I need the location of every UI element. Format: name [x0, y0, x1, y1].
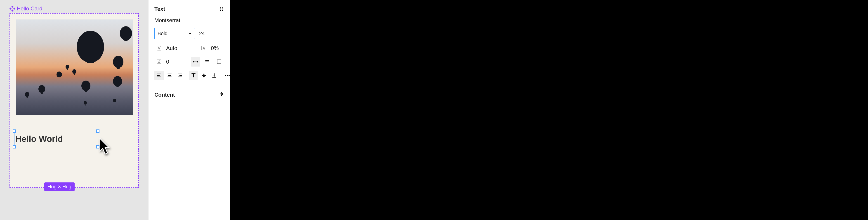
- chevron-down-icon: [188, 31, 192, 36]
- component-label-text: Hello Card: [17, 5, 42, 12]
- paragraph-spacing-input[interactable]: 0: [166, 59, 169, 65]
- text-align-right-icon[interactable]: [175, 71, 185, 80]
- apply-content-icon[interactable]: [218, 91, 224, 99]
- text-layer-content[interactable]: Hello World: [14, 134, 63, 144]
- design-canvas[interactable]: Hello Card Hello World Hug × Hug: [0, 0, 148, 220]
- content-section-title: Content: [154, 92, 175, 98]
- text-align-left-icon[interactable]: [154, 71, 164, 80]
- svg-point-4: [220, 7, 221, 8]
- font-weight-select[interactable]: Bold: [154, 28, 195, 39]
- text-resize-auto-width-icon[interactable]: [191, 57, 200, 66]
- svg-rect-8: [217, 60, 221, 63]
- autolayout-size-badge: Hug × Hug: [44, 183, 74, 191]
- text-section: Text Montserrat Bold 24 Auto: [149, 0, 230, 85]
- resize-handle-top-left[interactable]: [13, 130, 16, 133]
- letter-spacing-icon: [199, 44, 209, 53]
- type-settings-icon[interactable]: [219, 7, 224, 11]
- resize-handle-bottom-right[interactable]: [96, 145, 99, 148]
- content-section[interactable]: Content: [149, 85, 230, 104]
- component-icon: [9, 6, 16, 11]
- card-image[interactable]: [16, 20, 133, 115]
- font-size-input[interactable]: 24: [199, 31, 205, 36]
- font-weight-value: Bold: [158, 31, 167, 36]
- line-height-icon: [154, 44, 164, 53]
- text-align-middle-icon[interactable]: [199, 71, 209, 80]
- text-align-bottom-icon[interactable]: [210, 71, 219, 80]
- svg-rect-3: [13, 7, 16, 9]
- empty-region: [230, 0, 868, 220]
- text-layer-selected[interactable]: Hello World: [14, 131, 98, 147]
- svg-point-9: [225, 75, 226, 76]
- svg-point-10: [227, 75, 228, 76]
- component-label: Hello Card: [9, 5, 42, 12]
- letter-spacing-input[interactable]: 0%: [211, 45, 219, 51]
- svg-point-6: [220, 10, 221, 11]
- card-frame[interactable]: [9, 13, 139, 188]
- inspector-panel: Text Montserrat Bold 24 Auto: [148, 0, 230, 220]
- svg-rect-2: [9, 7, 11, 9]
- paragraph-spacing-icon: [154, 57, 164, 66]
- font-family-select[interactable]: Montserrat: [154, 17, 224, 24]
- line-height-input[interactable]: Auto: [166, 45, 177, 51]
- svg-rect-0: [11, 6, 13, 8]
- resize-handle-bottom-left[interactable]: [13, 145, 16, 148]
- svg-rect-1: [11, 9, 13, 11]
- text-align-top-icon[interactable]: [189, 71, 198, 80]
- text-align-center-icon[interactable]: [165, 71, 174, 80]
- svg-point-7: [222, 10, 223, 11]
- resize-handle-top-right[interactable]: [96, 130, 99, 133]
- svg-point-5: [222, 7, 223, 8]
- text-resize-fixed-icon[interactable]: [214, 57, 224, 66]
- text-section-title: Text: [154, 6, 165, 12]
- text-resize-auto-height-icon[interactable]: [203, 57, 212, 66]
